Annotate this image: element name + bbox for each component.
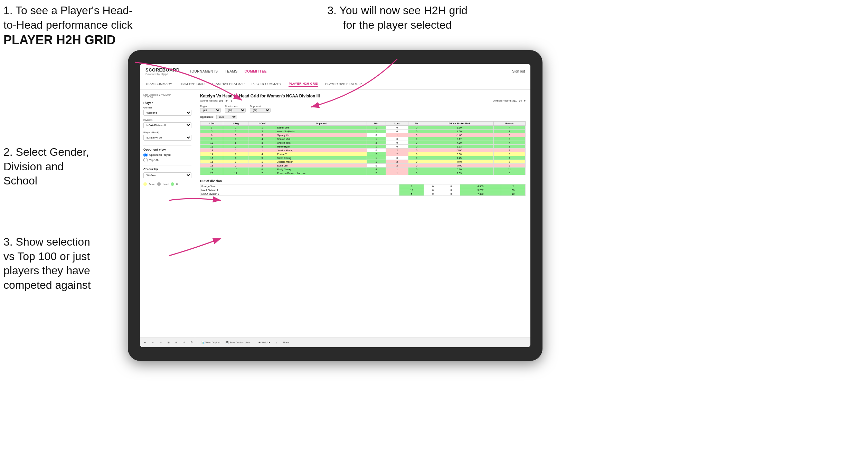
radio-opponents-played[interactable]: Opponents Played	[143, 153, 191, 157]
sub-nav-player-h2h-heatmap[interactable]: PLAYER H2H HEATMAP	[325, 82, 362, 86]
toolbar-watch[interactable]: 👁 Watch ▾	[257, 341, 272, 345]
table-row: 13 1 1 Jessica Huang 0 2 0 -3.00 2	[200, 149, 526, 152]
table-row: 16 1 1 Jessica Mason 1 2 0 -0.94 7	[200, 160, 526, 164]
table-row: 11 2 5 Heejo Hyun 1 0 0 3.33 3	[200, 145, 526, 149]
filter-opponent-group: Opponent (All)	[250, 105, 271, 113]
toolbar-grid[interactable]: ⊞	[166, 341, 171, 345]
opponents-row: Opponents: (All)	[200, 115, 526, 119]
table-row: 20 11 7 Federica Domecq Lacroze 2 1 0 1.…	[200, 171, 526, 175]
toolbar-back[interactable]: ←	[150, 341, 155, 344]
opponent-view-title: Opponent view	[143, 148, 191, 151]
opponent-view-radios: Opponents Played Top 100	[143, 153, 191, 162]
nav-bar: SCOREBOARD Powered by clippd TOURNAMENTS…	[140, 64, 530, 79]
left-panel: Last Updated: 27/03/202416:55:38 Player …	[140, 90, 195, 337]
logo-main-text: SCOREBOARD	[145, 67, 180, 73]
colour-label-up: Up	[176, 183, 179, 185]
col-conf: # Conf	[248, 122, 276, 126]
ipad-device: SCOREBOARD Powered by clippd TOURNAMENTS…	[128, 50, 542, 361]
sub-nav-team-h2h-grid[interactable]: TEAM H2H GRID	[179, 82, 205, 86]
logo-sub-text: Powered by clippd	[145, 73, 180, 76]
colour-legend: Down Level Up	[143, 182, 191, 186]
table-row: 6 3 3 Sydney Kuo 0 1 0 -1.00 3	[200, 133, 526, 137]
toolbar-share[interactable]: Share	[281, 341, 291, 344]
sub-nav-team-h2h-heatmap[interactable]: TEAM H2H HEATMAP	[211, 82, 245, 86]
col-tie: Tie	[408, 122, 425, 126]
table-row: Foreign Team 1 0 0 4.500 2	[200, 184, 526, 188]
toolbar-undo[interactable]: ↩	[143, 341, 148, 345]
filter-opponent-select[interactable]: (All)	[250, 108, 271, 113]
nav-sign-out[interactable]: Sign out	[512, 69, 525, 73]
player-section-title: Player	[143, 101, 191, 105]
table-row: 5 2 2 Alexis Sudjianto 1 0 0 4.00 3	[200, 130, 526, 133]
filter-conference-select[interactable]: (All)	[225, 108, 246, 113]
colour-dot-level	[157, 182, 161, 186]
ipad-screen: SCOREBOARD Powered by clippd TOURNAMENTS…	[140, 64, 530, 347]
toolbar-fwd[interactable]: →	[158, 341, 163, 344]
opponents-label: Opponents:	[200, 115, 214, 118]
filter-opponent-label: Opponent	[250, 105, 271, 107]
table-row: 3 1 1 Esther Lee 1 0 0 1.50 4	[200, 126, 526, 130]
nav-tournaments[interactable]: TOURNAMENTS	[189, 69, 218, 73]
division-record: Division Record: 331 - 34 - 6	[493, 99, 526, 102]
toolbar-refresh[interactable]: ↺	[181, 341, 186, 345]
col-reg: # Reg	[223, 122, 248, 126]
table-row: NAIA Division 1 15 0 0 9.267 30	[200, 188, 526, 192]
gender-select[interactable]: Women's	[143, 110, 191, 116]
data-subtitle-row: Overall Record: 353 - 34 - 6 Division Re…	[200, 99, 526, 102]
opponents-select[interactable]: (All)	[216, 115, 237, 119]
filter-row: Region (All) Conference (All) Opponent (…	[200, 105, 526, 113]
sub-nav-player-summary[interactable]: PLAYER SUMMARY	[252, 82, 282, 86]
toolbar-layout[interactable]: ↕	[274, 341, 279, 344]
filter-region-group: Region (All)	[200, 105, 221, 113]
table-row: 9 1 4 Sharon Mun 1 0 0 3.67 3	[200, 137, 526, 141]
table-row: 15 8 5 Stella Cheng 1 0 0 1.25 4	[200, 156, 526, 160]
filter-conference-label: Conference	[225, 105, 246, 107]
main-content: Last Updated: 27/03/202416:55:38 Player …	[140, 90, 530, 337]
player-rank-label: Player (Rank)	[143, 131, 191, 134]
table-row: 18 2 2 Euna Lee 0 2 0 -5.00 2	[200, 164, 526, 168]
sub-nav-team-summary[interactable]: TEAM SUMMARY	[145, 82, 172, 86]
toolbar: ↩ ← → ⊞ ⊘ ↺ ⏱ 📊 View: Original 💾 Save Cu…	[140, 337, 530, 347]
col-opponent: Opponent	[276, 122, 367, 126]
toolbar-timer[interactable]: ⏱	[189, 341, 194, 344]
division-select[interactable]: NCAA Division III	[143, 122, 191, 128]
toolbar-save-custom[interactable]: 💾 Save Custom View	[224, 341, 251, 345]
instruction-top-left: 1. To see a Player's Head- to-Head perfo…	[3, 3, 138, 48]
instruction-bottom-left: 3. Show selectionvs Top 100 or justplaye…	[3, 235, 128, 292]
filter-conference-group: Conference (All)	[225, 105, 246, 113]
col-diff: Diff Av Strokes/Rnd	[425, 122, 494, 126]
data-panel: Katelyn Vo Head-to-Head Grid for Women's…	[195, 90, 530, 337]
nav-committee[interactable]: COMMITTEE	[244, 69, 267, 73]
table-row: NCAA Division 2 5 0 0 7.400 10	[200, 192, 526, 196]
out-division-title: Out of division	[200, 179, 526, 183]
toolbar-sep1	[197, 340, 197, 345]
player-rank-select[interactable]: 8. Katelyn Vo	[143, 135, 191, 141]
toolbar-view-original[interactable]: 📊 View: Original	[200, 341, 221, 345]
col-rounds: Rounds	[494, 122, 526, 126]
table-row: 19 10 6 Emily Chang 4 1 0 0.30 11	[200, 168, 526, 171]
toolbar-sep2	[254, 340, 254, 345]
filter-region-select[interactable]: (All)	[200, 108, 221, 113]
h2h-table: # Div # Reg # Conf Opponent Win Loss Tie…	[200, 121, 526, 175]
sub-nav: TEAM SUMMARY TEAM H2H GRID TEAM H2H HEAT…	[140, 79, 530, 90]
overall-record: Overall Record: 353 - 34 - 6	[200, 99, 232, 102]
sub-nav-player-h2h-grid[interactable]: PLAYER H2H GRID	[289, 82, 318, 87]
division-label: Division	[143, 118, 191, 122]
colour-dot-down	[143, 182, 147, 186]
colour-by-title: Colour by	[143, 168, 191, 171]
col-win: Win	[367, 122, 386, 126]
table-row: 10 6 3 Andrea York 2 0 0 4.00 4	[200, 141, 526, 145]
toolbar-clear[interactable]: ⊘	[174, 341, 179, 345]
nav-teams[interactable]: TEAMS	[225, 69, 237, 73]
instruction-top-right: 3. You will now see H2H gridfor the play…	[311, 3, 484, 32]
instruction-mid-left: 2. Select Gender,Division andSchool	[3, 145, 121, 188]
filter-region-label: Region	[200, 105, 221, 107]
table-row: 14 7 4 Eunice Yi 2 2 0 0.38 9	[200, 152, 526, 156]
colour-label-down: Down	[149, 183, 155, 185]
colour-by-select[interactable]: Win/loss	[143, 172, 191, 178]
radio-top-100[interactable]: Top 100	[143, 158, 191, 162]
gender-label: Gender	[143, 106, 191, 109]
col-div: # Div	[200, 122, 223, 126]
last-updated: Last Updated: 27/03/202416:55:38	[143, 94, 191, 98]
app-logo: SCOREBOARD Powered by clippd	[145, 67, 180, 76]
